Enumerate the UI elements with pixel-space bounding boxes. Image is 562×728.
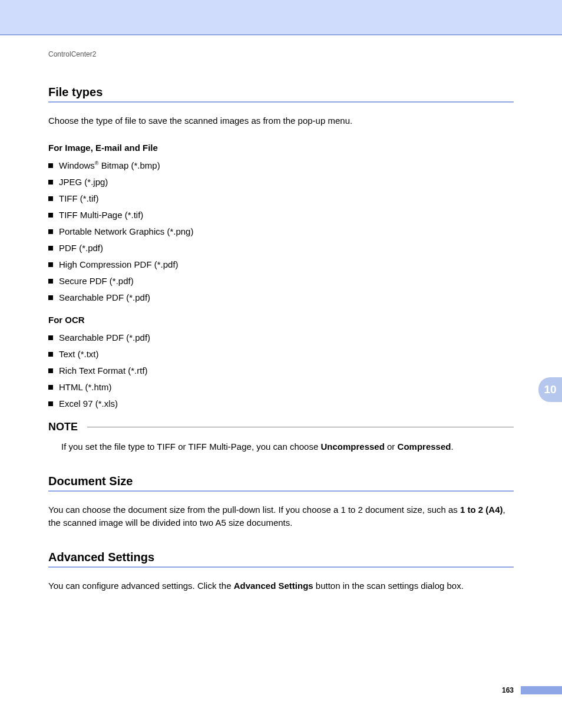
square-bullet-icon: [48, 352, 53, 357]
file-types-intro: Choose the type of file to save the scan…: [48, 114, 514, 127]
list-item-text: HTML (*.htm): [59, 383, 111, 391]
list-item-text: TIFF (*.tif): [59, 194, 99, 203]
list-item-text: Rich Text Format (*.rtf): [59, 366, 148, 375]
list-item: Searchable PDF (*.pdf): [48, 333, 514, 342]
chapter-tab: 10: [538, 377, 562, 402]
square-bullet-icon: [48, 279, 53, 284]
list-item: Searchable PDF (*.pdf): [48, 293, 514, 302]
header-band: [0, 0, 562, 34]
list-item-text: Searchable PDF (*.pdf): [59, 333, 150, 342]
list-item-text: High Compression PDF (*.pdf): [59, 260, 178, 269]
advanced-settings-para: You can configure advanced settings. Cli…: [48, 579, 514, 592]
list-ocr: Searchable PDF (*.pdf) Text (*.txt) Rich…: [48, 333, 514, 408]
list-item: Secure PDF (*.pdf): [48, 276, 514, 285]
list-item: Text (*.txt): [48, 350, 514, 358]
square-bullet-icon: [48, 213, 53, 218]
square-bullet-icon: [48, 180, 53, 185]
header-rule: [0, 34, 562, 35]
square-bullet-icon: [48, 262, 53, 267]
list-item: JPEG (*.jpg): [48, 177, 514, 186]
list-item-text: Windows® Bitmap (*.bmp): [59, 161, 160, 170]
list-item-text: JPEG (*.jpg): [59, 177, 108, 186]
note-rule: [87, 427, 514, 427]
breadcrumb: ControlCenter2: [48, 50, 514, 58]
list-item: High Compression PDF (*.pdf): [48, 260, 514, 269]
subhead-ocr: For OCR: [48, 315, 514, 325]
square-bullet-icon: [48, 368, 53, 373]
square-bullet-icon: [48, 163, 53, 168]
square-bullet-icon: [48, 335, 53, 340]
note-body: If you set the file type to TIFF or TIFF…: [61, 440, 514, 454]
list-item-text: Searchable PDF (*.pdf): [59, 293, 150, 302]
document-size-para: You can choose the document size from th…: [48, 503, 514, 529]
page-content: ControlCenter2 File types Choose the typ…: [48, 50, 514, 608]
list-item-text: PDF (*.pdf): [59, 243, 103, 252]
square-bullet-icon: [48, 295, 53, 300]
list-item-text: Text (*.txt): [59, 350, 99, 358]
square-bullet-icon: [48, 401, 53, 406]
page-number: 163: [502, 686, 514, 694]
list-item: HTML (*.htm): [48, 383, 514, 391]
list-item: TIFF (*.tif): [48, 194, 514, 203]
list-item: Portable Network Graphics (*.png): [48, 227, 514, 236]
list-item: TIFF Multi-Page (*.tif): [48, 210, 514, 219]
list-item-text: Excel 97 (*.xls): [59, 399, 118, 408]
list-item-text: TIFF Multi-Page (*.tif): [59, 210, 143, 219]
list-item-text: Secure PDF (*.pdf): [59, 276, 134, 285]
square-bullet-icon: [48, 385, 53, 390]
list-item: Windows® Bitmap (*.bmp): [48, 161, 514, 170]
note-label: NOTE: [48, 421, 78, 433]
list-item: Excel 97 (*.xls): [48, 399, 514, 408]
list-item-text: Portable Network Graphics (*.png): [59, 227, 193, 236]
list-item: Rich Text Format (*.rtf): [48, 366, 514, 375]
page-number-accent: [521, 686, 562, 694]
list-item: PDF (*.pdf): [48, 243, 514, 252]
square-bullet-icon: [48, 196, 53, 201]
section-heading-file-types: File types: [48, 85, 514, 103]
note-heading-row: NOTE: [48, 421, 514, 433]
list-image-email-file: Windows® Bitmap (*.bmp) JPEG (*.jpg) TIF…: [48, 161, 514, 302]
subhead-image-email-file: For Image, E-mail and File: [48, 143, 514, 153]
square-bullet-icon: [48, 229, 53, 234]
section-heading-document-size: Document Size: [48, 475, 514, 492]
square-bullet-icon: [48, 246, 53, 251]
section-heading-advanced-settings: Advanced Settings: [48, 551, 514, 568]
